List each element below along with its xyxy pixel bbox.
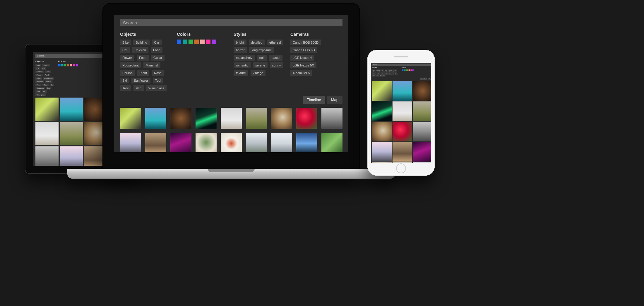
photo-thumbnail[interactable] bbox=[321, 133, 342, 152]
tab-timeline[interactable]: Timeline bbox=[303, 96, 325, 104]
tab-timeline[interactable]: Timeline bbox=[420, 78, 427, 80]
color-swatch[interactable] bbox=[67, 64, 69, 66]
tag-chip[interactable]: Flower bbox=[35, 74, 43, 76]
tag-chip[interactable]: Food bbox=[137, 55, 149, 61]
tag-chip[interactable]: Tree bbox=[372, 75, 376, 77]
tag-chip[interactable]: ethereal bbox=[267, 40, 283, 45]
tag-chip[interactable]: Cat bbox=[385, 69, 388, 71]
tag-chip[interactable]: vintage bbox=[251, 70, 266, 76]
color-swatch[interactable] bbox=[194, 40, 199, 44]
photo-thumbnail[interactable] bbox=[296, 108, 317, 129]
photo-thumbnail[interactable] bbox=[196, 108, 217, 129]
tag-chip[interactable]: Food bbox=[377, 71, 381, 73]
photo-thumbnail[interactable] bbox=[221, 133, 242, 152]
photo-thumbnail[interactable] bbox=[196, 133, 217, 152]
tab-map[interactable]: Map bbox=[327, 96, 342, 104]
tag-chip[interactable]: Rose bbox=[152, 70, 164, 76]
tag-chip[interactable]: Houseplant bbox=[120, 62, 141, 68]
tag-chip[interactable]: Mammal bbox=[392, 71, 397, 73]
tag-chip[interactable]: Plant bbox=[137, 70, 149, 76]
photo-thumbnail[interactable] bbox=[170, 108, 191, 129]
photo-thumbnail[interactable] bbox=[413, 122, 431, 141]
photo-thumbnail[interactable] bbox=[393, 122, 412, 141]
tag-chip[interactable]: Bike bbox=[372, 69, 376, 71]
color-swatch[interactable] bbox=[183, 40, 187, 44]
tag-chip[interactable]: Building bbox=[133, 40, 149, 45]
tag-chip[interactable]: Van bbox=[376, 75, 379, 77]
color-swatch[interactable] bbox=[58, 64, 61, 66]
tag-chip[interactable]: Xiaomi MI 5 bbox=[290, 70, 312, 76]
photo-thumbnail[interactable] bbox=[372, 162, 392, 163]
photo-thumbnail[interactable] bbox=[372, 81, 392, 101]
photo-thumbnail[interactable] bbox=[393, 101, 412, 121]
tag-chip[interactable]: Person bbox=[45, 80, 53, 83]
tag-chip[interactable]: Chicken bbox=[35, 71, 44, 73]
photo-thumbnail[interactable] bbox=[246, 133, 267, 152]
color-swatch[interactable] bbox=[189, 40, 193, 44]
tag-chip[interactable]: Canon EOS 6D bbox=[290, 47, 317, 53]
color-swatch[interactable] bbox=[200, 40, 205, 44]
color-swatch[interactable] bbox=[407, 69, 409, 71]
color-swatch[interactable] bbox=[402, 69, 404, 71]
photo-thumbnail[interactable] bbox=[120, 133, 141, 152]
photo-thumbnail[interactable] bbox=[413, 142, 431, 162]
tag-chip[interactable]: Mammal bbox=[143, 62, 160, 68]
search-input[interactable] bbox=[372, 64, 431, 66]
tag-chip[interactable]: Chicken bbox=[132, 47, 148, 53]
color-swatch[interactable] bbox=[405, 69, 407, 71]
tag-chip[interactable]: Ski bbox=[385, 73, 388, 75]
photo-thumbnail[interactable] bbox=[321, 108, 342, 129]
tag-chip[interactable]: Building bbox=[376, 69, 381, 71]
photo-thumbnail[interactable] bbox=[145, 108, 166, 129]
photo-thumbnail[interactable] bbox=[145, 133, 166, 152]
photo-thumbnail[interactable] bbox=[60, 98, 83, 121]
tag-chip[interactable]: Ski bbox=[49, 84, 54, 86]
phone-home-button[interactable] bbox=[396, 163, 406, 173]
tag-chip[interactable]: Plant bbox=[377, 73, 381, 75]
tag-chip[interactable]: Food bbox=[44, 74, 50, 76]
tag-chip[interactable]: Flower bbox=[372, 71, 376, 73]
tag-chip[interactable]: Building bbox=[42, 64, 50, 66]
tag-chip[interactable]: horror bbox=[234, 47, 247, 53]
tag-chip[interactable]: detailed bbox=[249, 40, 265, 45]
tag-chip[interactable]: melancholy bbox=[234, 55, 255, 61]
tag-chip[interactable]: Bike bbox=[35, 64, 41, 66]
search-input[interactable] bbox=[120, 19, 342, 26]
photo-thumbnail[interactable] bbox=[372, 142, 392, 162]
tag-chip[interactable]: Tool bbox=[46, 87, 51, 90]
tag-chip[interactable]: Tree bbox=[120, 85, 131, 91]
tag-chip[interactable]: Van bbox=[42, 90, 47, 93]
tag-chip[interactable]: Van bbox=[133, 85, 144, 91]
color-swatch[interactable] bbox=[177, 40, 181, 44]
color-swatch[interactable] bbox=[410, 69, 412, 71]
tag-chip[interactable]: bright bbox=[234, 40, 246, 45]
tag-chip[interactable]: Houseplant bbox=[43, 77, 54, 80]
photo-thumbnail[interactable] bbox=[35, 98, 59, 121]
color-swatch[interactable] bbox=[61, 64, 64, 66]
tag-chip[interactable]: Chicken bbox=[388, 69, 393, 71]
photo-thumbnail[interactable] bbox=[221, 108, 242, 129]
color-swatch[interactable] bbox=[73, 64, 75, 66]
tag-chip[interactable]: Sunflower bbox=[35, 87, 45, 90]
color-swatch[interactable] bbox=[412, 69, 414, 71]
color-swatch[interactable] bbox=[404, 69, 405, 71]
color-swatch[interactable] bbox=[212, 40, 216, 44]
tag-chip[interactable]: Person bbox=[120, 70, 135, 76]
tag-chip[interactable]: Wine glass bbox=[379, 75, 385, 77]
photo-thumbnail[interactable] bbox=[372, 101, 392, 121]
color-swatch[interactable] bbox=[64, 64, 66, 66]
tab-map[interactable]: Map bbox=[428, 78, 431, 80]
photo-thumbnail[interactable] bbox=[372, 122, 392, 141]
tag-chip[interactable]: Car bbox=[152, 40, 162, 45]
photo-thumbnail[interactable] bbox=[413, 81, 431, 101]
photo-thumbnail[interactable] bbox=[35, 146, 59, 166]
photo-thumbnail[interactable] bbox=[393, 81, 412, 101]
photo-thumbnail[interactable] bbox=[296, 133, 317, 152]
color-swatch[interactable] bbox=[409, 69, 410, 71]
tag-chip[interactable]: texture bbox=[234, 70, 248, 76]
color-swatch[interactable] bbox=[70, 64, 72, 66]
photo-thumbnail[interactable] bbox=[120, 108, 141, 129]
tag-chip[interactable]: pastel bbox=[269, 55, 282, 61]
tag-chip[interactable]: LGE Nexus 5X bbox=[290, 62, 316, 68]
tag-chip[interactable]: Flower bbox=[120, 55, 134, 61]
